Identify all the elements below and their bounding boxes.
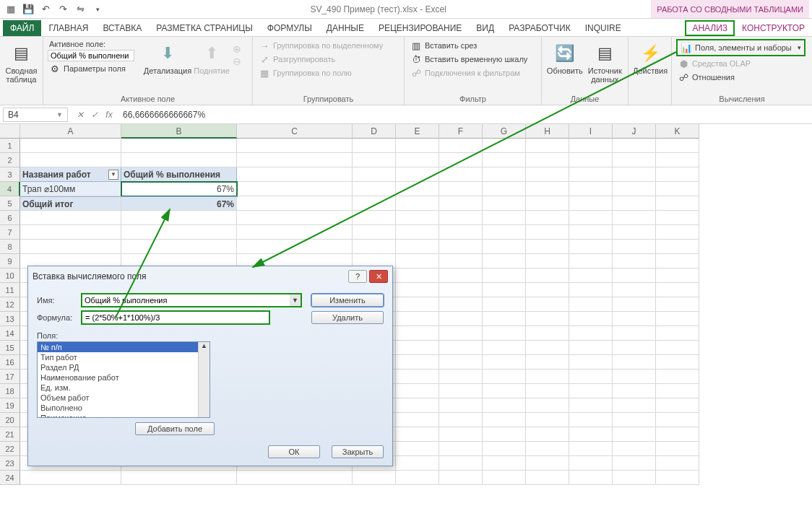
cell[interactable]	[483, 326, 526, 341]
drill-down-button[interactable]: ⬇ Детализация	[144, 39, 191, 75]
cell[interactable]	[20, 240, 121, 254]
cell[interactable]	[613, 196, 656, 211]
cell[interactable]	[353, 153, 396, 167]
cell[interactable]	[569, 384, 613, 398]
cell[interactable]	[526, 312, 569, 326]
cell[interactable]	[439, 297, 483, 312]
cell[interactable]	[439, 355, 483, 370]
cell[interactable]	[569, 167, 613, 182]
cell[interactable]	[439, 225, 483, 240]
row-header[interactable]: 22	[0, 442, 20, 456]
cell[interactable]	[396, 167, 439, 182]
cell[interactable]	[396, 398, 439, 413]
tab-formulas[interactable]: ФОРМУЛЫ	[260, 20, 319, 36]
cell[interactable]	[483, 384, 526, 398]
row-header[interactable]: 18	[0, 384, 20, 398]
cell[interactable]	[483, 240, 526, 254]
cell[interactable]	[656, 370, 699, 384]
cell[interactable]	[483, 413, 526, 427]
cell[interactable]	[526, 456, 569, 471]
cell[interactable]	[483, 254, 526, 268]
cell[interactable]	[613, 442, 656, 456]
cell[interactable]	[613, 211, 656, 225]
cell[interactable]	[569, 196, 613, 211]
cell[interactable]	[526, 427, 569, 442]
qat-dropdown-icon[interactable]: ▾	[90, 2, 105, 17]
cell[interactable]	[656, 384, 699, 398]
formula-input[interactable]: 66,6666666666667%	[118, 108, 812, 121]
tab-file[interactable]: ФАЙЛ	[3, 20, 41, 36]
cell[interactable]	[353, 139, 396, 153]
row-header[interactable]: 12	[0, 297, 20, 312]
cell[interactable]	[439, 442, 483, 456]
cell[interactable]	[569, 413, 613, 427]
col-header-D[interactable]: D	[353, 124, 396, 139]
fields-listbox[interactable]: № п/пТип работРаздел РДНаименование рабо…	[37, 341, 210, 418]
select-all-corner[interactable]	[0, 124, 20, 139]
cell[interactable]	[237, 225, 353, 240]
cell[interactable]	[656, 442, 699, 456]
tab-analyze[interactable]: АНАЛИЗ	[685, 20, 735, 36]
cell[interactable]	[569, 211, 613, 225]
drill-up-button[interactable]: ⬆ Поднятие	[194, 39, 230, 75]
cell[interactable]	[121, 211, 237, 225]
cell[interactable]	[396, 312, 439, 326]
cell[interactable]	[396, 341, 439, 355]
cell[interactable]	[526, 254, 569, 268]
ok-button[interactable]: ОК	[268, 445, 320, 458]
cell[interactable]	[439, 370, 483, 384]
cell[interactable]	[483, 442, 526, 456]
cell[interactable]: Трап ⌀100мм	[20, 182, 121, 196]
cell[interactable]	[353, 240, 396, 254]
cell[interactable]	[396, 370, 439, 384]
row-header[interactable]: 14	[0, 326, 20, 341]
cell[interactable]	[613, 384, 656, 398]
cell[interactable]	[656, 211, 699, 225]
row-header[interactable]: 4	[0, 182, 20, 196]
list-item[interactable]: Раздел РД	[38, 362, 210, 372]
cell[interactable]	[483, 355, 526, 370]
cell[interactable]	[396, 254, 439, 268]
cell[interactable]	[656, 312, 699, 326]
cell[interactable]	[237, 139, 353, 153]
cell[interactable]	[396, 413, 439, 427]
list-item[interactable]: Тип работ	[38, 352, 210, 362]
cell[interactable]	[483, 312, 526, 326]
cell[interactable]	[613, 297, 656, 312]
cell[interactable]	[121, 153, 237, 167]
col-header-B[interactable]: B	[121, 124, 237, 139]
row-header[interactable]: 1	[0, 139, 20, 153]
tab-inquire[interactable]: INQUIRE	[578, 20, 629, 36]
name-box[interactable]: B4▼	[3, 108, 68, 122]
cell[interactable]	[613, 167, 656, 182]
col-header-I[interactable]: I	[569, 124, 613, 139]
cell[interactable]	[439, 211, 483, 225]
delete-button[interactable]: Удалить	[311, 311, 384, 324]
cell[interactable]	[121, 471, 237, 485]
group-selection-button[interactable]: →Группировка по выделенному	[257, 39, 384, 52]
cell[interactable]	[613, 370, 656, 384]
filter-connections-button[interactable]: ☍Подключения к фильтрам	[409, 66, 529, 79]
cell[interactable]	[656, 297, 699, 312]
cell[interactable]	[483, 182, 526, 196]
cell[interactable]	[613, 355, 656, 370]
row-header[interactable]: 15	[0, 341, 20, 355]
tab-review[interactable]: РЕЦЕНЗИРОВАНИЕ	[371, 20, 469, 36]
formula-field[interactable]	[82, 311, 269, 324]
cell[interactable]	[353, 167, 396, 182]
cell[interactable]	[396, 456, 439, 471]
cell[interactable]	[526, 211, 569, 225]
active-field-input[interactable]	[48, 50, 134, 61]
cell[interactable]	[396, 471, 439, 485]
accept-formula-icon[interactable]: ✓	[88, 110, 101, 120]
cell[interactable]	[656, 139, 699, 153]
cell[interactable]	[396, 225, 439, 240]
cell[interactable]	[439, 413, 483, 427]
col-header-A[interactable]: A	[20, 124, 121, 139]
cell[interactable]: 67%	[121, 196, 237, 211]
cell[interactable]	[656, 427, 699, 442]
cell[interactable]	[569, 283, 613, 297]
cell[interactable]	[20, 139, 121, 153]
cell[interactable]	[613, 153, 656, 167]
row-header[interactable]: 2	[0, 153, 20, 167]
